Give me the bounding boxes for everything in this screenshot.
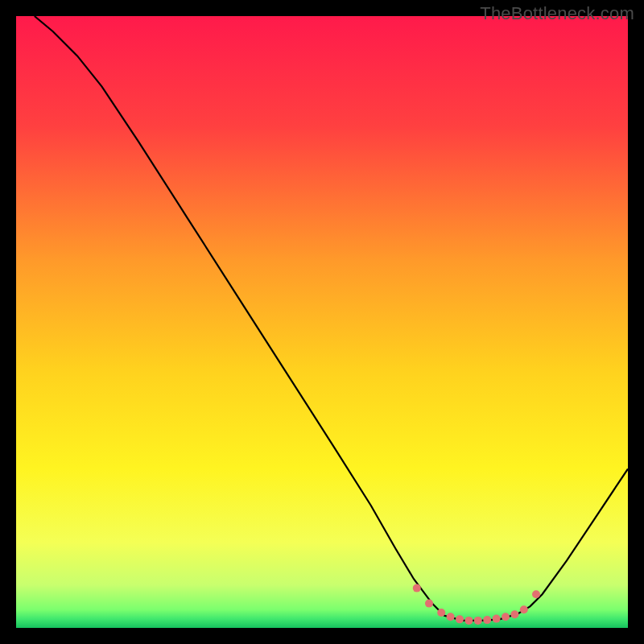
data-marker: [483, 616, 491, 624]
data-marker: [464, 617, 473, 625]
chart-frame: TheBottleneck.com: [0, 0, 644, 644]
data-marker: [532, 590, 540, 598]
data-marker: [474, 617, 482, 625]
data-marker: [447, 613, 455, 621]
data-marker: [413, 584, 421, 592]
gradient-background: [16, 16, 628, 628]
data-marker: [520, 605, 528, 613]
data-marker: [510, 610, 518, 618]
plot-area: [16, 16, 628, 628]
data-marker: [502, 613, 510, 621]
data-marker: [456, 615, 464, 623]
data-marker: [425, 600, 433, 608]
data-marker: [437, 609, 445, 617]
watermark-label: TheBottleneck.com: [480, 3, 634, 24]
chart-svg: [16, 16, 628, 628]
data-marker: [493, 615, 501, 623]
